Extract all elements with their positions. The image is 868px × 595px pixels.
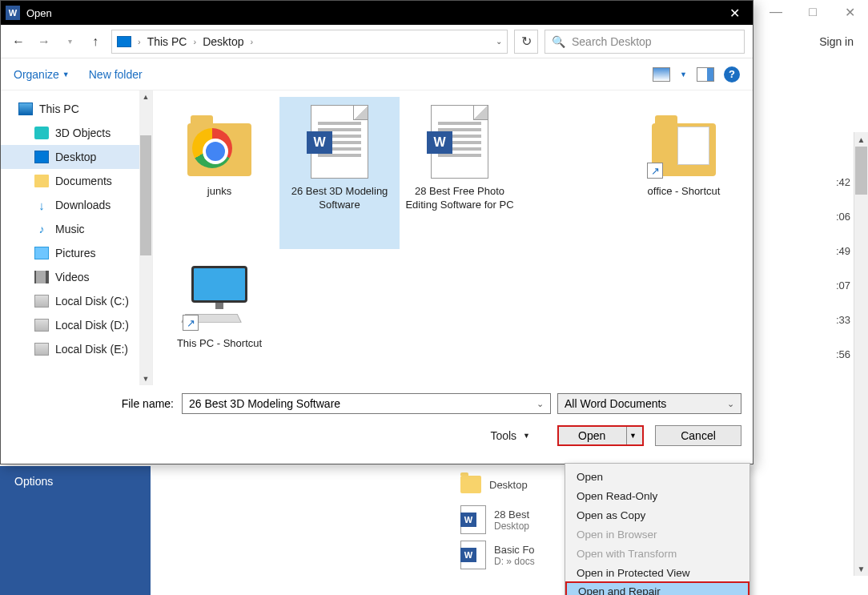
address-dropdown-icon[interactable]: ⌄ bbox=[496, 37, 502, 46]
tree-videos[interactable]: Videos bbox=[1, 265, 152, 289]
file-label: 26 Best 3D Modeling Software bbox=[283, 185, 396, 212]
file-item-this-pc-shortcut[interactable]: ↗ This PC - Shortcut bbox=[159, 249, 279, 401]
menu-open-and-repair[interactable]: Open and Repair bbox=[565, 581, 749, 595]
menu-open-read-only[interactable]: Open Read-Only bbox=[565, 486, 749, 505]
recent-title: Basic Fo bbox=[494, 544, 535, 556]
recent-dropdown-icon[interactable]: ▾ bbox=[60, 32, 79, 51]
music-icon: ♪ bbox=[34, 223, 49, 235]
open-dropdown-menu: Open Open Read-Only Open as Copy Open in… bbox=[565, 463, 750, 595]
file-label: junks bbox=[207, 185, 231, 199]
scroll-down-icon[interactable]: ▼ bbox=[139, 372, 152, 385]
pc-icon bbox=[18, 103, 33, 115]
tree-disk-e[interactable]: Local Disk (E:) bbox=[1, 337, 152, 361]
menu-open-in-browser: Open in Browser bbox=[565, 525, 749, 544]
tree-downloads[interactable]: ↓Downloads bbox=[1, 193, 152, 217]
file-label: 28 Best Free Photo Editing Software for … bbox=[403, 185, 516, 212]
bg-time: :06 bbox=[836, 211, 850, 223]
scroll-down-icon[interactable]: ▼ bbox=[854, 561, 868, 576]
view-thumbnail-icon[interactable] bbox=[653, 67, 670, 82]
dialog-titlebar: W Open ✕ bbox=[1, 1, 753, 25]
tree-documents[interactable]: Documents bbox=[1, 169, 152, 193]
scroll-up-icon[interactable]: ▲ bbox=[854, 132, 868, 147]
chevron-right-icon[interactable]: › bbox=[190, 37, 199, 46]
menu-open-with-transform: Open with Transform bbox=[565, 544, 749, 563]
desktop-icon bbox=[34, 151, 49, 163]
scroll-up-icon[interactable]: ▲ bbox=[139, 90, 152, 103]
open-dialog: W Open ✕ ← → ▾ ↑ › This PC › Desktop › ⌄… bbox=[0, 0, 753, 464]
recent-sub: D: » docs bbox=[494, 556, 535, 567]
recent-title: 28 Best bbox=[494, 509, 529, 521]
file-item-26-best-3d[interactable]: W 26 Best 3D Modeling Software bbox=[279, 97, 400, 249]
pc-icon bbox=[117, 36, 131, 47]
help-icon[interactable]: ? bbox=[724, 66, 740, 82]
scroll-thumb[interactable] bbox=[855, 147, 867, 195]
options-nav[interactable]: Options bbox=[0, 466, 151, 497]
search-icon: 🔍 bbox=[552, 35, 565, 48]
organize-button[interactable]: Organize▼ bbox=[14, 68, 70, 81]
bg-scrollbar[interactable]: ▲ ▼ bbox=[854, 132, 868, 576]
address-bar[interactable]: › This PC › Desktop › ⌄ bbox=[111, 30, 508, 54]
tree-3d-objects[interactable]: 3D Objects bbox=[1, 121, 152, 145]
videos-icon bbox=[34, 271, 49, 283]
search-placeholder: Search Desktop bbox=[572, 35, 652, 48]
tree-desktop[interactable]: Desktop bbox=[1, 145, 152, 169]
search-input[interactable]: 🔍 Search Desktop bbox=[545, 30, 745, 54]
tree-disk-c[interactable]: Local Disk (C:) bbox=[1, 289, 152, 313]
pictures-icon bbox=[34, 247, 49, 259]
dialog-footer: File name: 26 Best 3D Modeling Software … bbox=[1, 385, 753, 457]
recent-title: Desktop bbox=[489, 479, 528, 491]
dialog-toolbar: Organize▼ New folder ▼ ? bbox=[1, 58, 753, 90]
filename-input[interactable]: 26 Best 3D Modeling Software ⌄ bbox=[182, 393, 551, 414]
shortcut-arrow-icon: ↗ bbox=[183, 315, 199, 331]
file-item-28-best-free[interactable]: W 28 Best Free Photo Editing Software fo… bbox=[400, 97, 520, 249]
bg-time: :56 bbox=[836, 348, 850, 360]
breadcrumb-root[interactable]: This PC bbox=[147, 35, 187, 48]
file-item-office-shortcut[interactable]: ↗ office - Shortcut bbox=[624, 97, 744, 249]
new-folder-button[interactable]: New folder bbox=[89, 68, 143, 81]
chrome-icon bbox=[192, 128, 232, 168]
tools-button[interactable]: Tools▼ bbox=[490, 429, 530, 442]
file-item-junks[interactable]: junks bbox=[159, 97, 279, 249]
download-icon: ↓ bbox=[34, 199, 49, 211]
menu-open[interactable]: Open bbox=[565, 467, 749, 486]
bg-max-icon[interactable]: □ bbox=[794, 0, 831, 24]
chevron-down-icon: ▼ bbox=[62, 70, 70, 78]
open-dropdown-arrow-icon[interactable]: ▼ bbox=[626, 427, 639, 444]
scroll-thumb[interactable] bbox=[140, 135, 151, 255]
word-app-icon: W bbox=[6, 6, 20, 20]
open-split-button[interactable]: Open ▼ bbox=[557, 425, 644, 446]
forward-button: → bbox=[34, 32, 54, 51]
file-pane[interactable]: junks W 26 Best 3D Modeling Software W 2… bbox=[153, 90, 753, 385]
bg-close-icon[interactable]: ✕ bbox=[831, 0, 868, 24]
up-button[interactable]: ↑ bbox=[86, 32, 105, 51]
word-doc-icon: W bbox=[460, 541, 486, 569]
preview-pane-icon[interactable] bbox=[697, 67, 714, 82]
chevron-right-icon[interactable]: › bbox=[135, 37, 144, 46]
chevron-down-icon[interactable]: ▼ bbox=[680, 70, 687, 78]
back-button[interactable]: ← bbox=[9, 32, 28, 51]
word-doc-icon: W bbox=[460, 505, 486, 534]
close-icon[interactable]: ✕ bbox=[716, 1, 753, 25]
bg-window-controls: ― □ ✕ bbox=[753, 0, 868, 24]
tree-this-pc[interactable]: This PC bbox=[1, 97, 152, 121]
file-label: office - Shortcut bbox=[648, 185, 721, 199]
refresh-button[interactable]: ↻ bbox=[514, 30, 538, 54]
tree-music[interactable]: ♪Music bbox=[1, 217, 152, 241]
cancel-button[interactable]: Cancel bbox=[655, 425, 741, 446]
tree-disk-d[interactable]: Local Disk (D:) bbox=[1, 313, 152, 337]
chevron-right-icon[interactable]: › bbox=[247, 37, 257, 46]
signin-link[interactable]: Sign in bbox=[819, 35, 854, 48]
bg-time-list: :42 :06 :49 :07 :33 :56 bbox=[836, 176, 850, 360]
breadcrumb-current[interactable]: Desktop bbox=[203, 35, 243, 48]
tree-pictures[interactable]: Pictures bbox=[1, 241, 152, 265]
folder-icon bbox=[460, 476, 481, 493]
bg-min-icon[interactable]: ― bbox=[757, 0, 794, 24]
folder-icon bbox=[181, 103, 258, 180]
menu-open-protected-view[interactable]: Open in Protected View bbox=[565, 563, 749, 582]
menu-open-as-copy[interactable]: Open as Copy bbox=[565, 505, 749, 525]
dialog-nav: ← → ▾ ↑ › This PC › Desktop › ⌄ ↻ 🔍 Sear… bbox=[1, 25, 753, 58]
tree-scrollbar[interactable]: ▲ ▼ bbox=[139, 90, 152, 385]
folder-icon bbox=[34, 175, 49, 187]
filetype-select[interactable]: All Word Documents ⌄ bbox=[557, 393, 741, 414]
chevron-down-icon[interactable]: ⌄ bbox=[536, 399, 544, 409]
